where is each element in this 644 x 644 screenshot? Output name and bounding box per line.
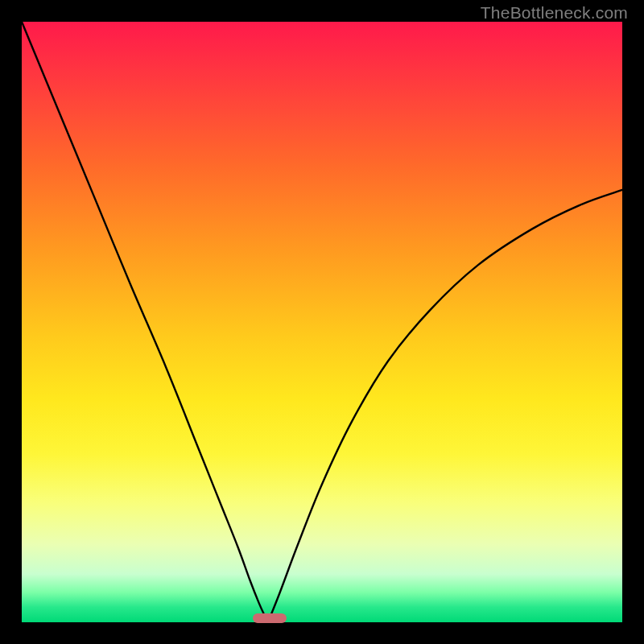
bottleneck-curves <box>22 22 622 622</box>
watermark-text: TheBottleneck.com <box>481 3 628 23</box>
optimum-marker <box>253 613 287 624</box>
left-curve <box>22 22 268 622</box>
chart-plot-area <box>22 22 622 622</box>
right-curve <box>268 190 622 622</box>
